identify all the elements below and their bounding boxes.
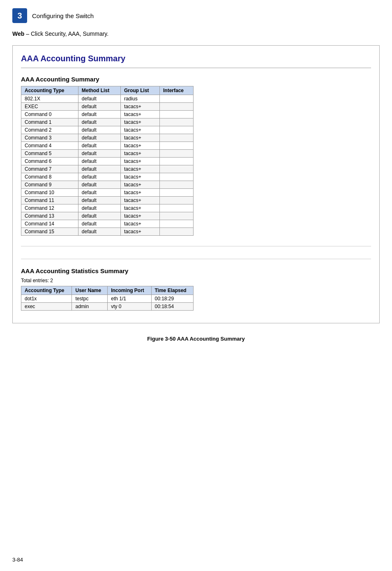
- table-row: Command 8defaulttacacs+: [21, 173, 194, 181]
- table-row: Command 1defaulttacacs+: [21, 118, 194, 126]
- table-cell: tacacs+: [120, 158, 159, 165]
- table-cell: [159, 228, 193, 236]
- stats-col-time-elapsed: Time Elapsed: [151, 286, 194, 295]
- table-header-row: Accounting Type Method List Group List I…: [21, 86, 194, 95]
- table-cell: tacacs+: [120, 228, 159, 236]
- table-cell: tacacs+: [120, 189, 159, 197]
- table-cell: Command 0: [21, 111, 78, 118]
- figure-caption: Figure 3-50 AAA Accounting Summary: [12, 336, 380, 342]
- table-cell: eth 1/1: [108, 295, 151, 303]
- table-cell: [159, 142, 193, 150]
- table-cell: [159, 103, 193, 111]
- chapter-icon: 3: [12, 8, 27, 23]
- table-cell: tacacs+: [120, 111, 159, 118]
- table-row: Command 0defaulttacacs+: [21, 111, 194, 118]
- table-cell: radius: [120, 95, 159, 103]
- table-cell: [159, 158, 193, 165]
- table-cell: Command 4: [21, 142, 78, 150]
- table-row: Command 14defaulttacacs+: [21, 220, 194, 228]
- statistics-table: Accounting Type User Name Incoming Port …: [21, 286, 194, 311]
- table-row: Command 2defaulttacacs+: [21, 126, 194, 134]
- chapter-title: Configuring the Switch: [32, 12, 94, 19]
- table-cell: tacacs+: [120, 103, 159, 111]
- table-cell: default: [78, 189, 120, 197]
- statistics-summary-title: AAA Accounting Statistics Summary: [21, 267, 371, 274]
- table-cell: default: [78, 111, 120, 118]
- table-row: Command 9defaulttacacs+: [21, 181, 194, 189]
- table-cell: [159, 165, 193, 173]
- stats-header-row: Accounting Type User Name Incoming Port …: [21, 286, 194, 295]
- table-row: Command 12defaulttacacs+: [21, 204, 194, 212]
- table-cell: tacacs+: [120, 126, 159, 134]
- table-cell: default: [78, 95, 120, 103]
- total-entries-label: Total entries: 2: [21, 278, 371, 283]
- table-cell: Command 2: [21, 126, 78, 134]
- table-cell: Command 9: [21, 181, 78, 189]
- table-cell: default: [78, 220, 120, 228]
- panel-title: AAA Accounting Summary: [21, 54, 371, 68]
- table-cell: tacacs+: [120, 165, 159, 173]
- table-cell: vty 0: [108, 303, 151, 311]
- table-cell: [159, 134, 193, 142]
- table-row: Command 15defaulttacacs+: [21, 228, 194, 236]
- web-label: Web: [12, 30, 24, 37]
- page-header: 3 Configuring the Switch: [12, 8, 380, 23]
- table-row: Command 7defaulttacacs+: [21, 165, 194, 173]
- col-header-accounting-type: Accounting Type: [21, 86, 78, 95]
- table-cell: default: [78, 158, 120, 165]
- table-cell: [159, 118, 193, 126]
- table-cell: default: [78, 204, 120, 212]
- table-row: EXECdefaulttacacs+: [21, 103, 194, 111]
- table-cell: 00:18:54: [151, 303, 194, 311]
- table-cell: tacacs+: [120, 197, 159, 204]
- table-cell: EXEC: [21, 103, 78, 111]
- table-cell: Command 5: [21, 150, 78, 158]
- accounting-summary-table: Accounting Type Method List Group List I…: [21, 86, 194, 236]
- table-cell: default: [78, 212, 120, 220]
- table-row: dot1xtestpceth 1/100:18:29: [21, 295, 194, 303]
- table-cell: tacacs+: [120, 142, 159, 150]
- table-cell: admin: [72, 303, 108, 311]
- table-cell: tacacs+: [120, 204, 159, 212]
- table-cell: default: [78, 126, 120, 134]
- main-panel: AAA Accounting Summary AAA Accounting Su…: [12, 45, 380, 323]
- table-row: Command 3defaulttacacs+: [21, 134, 194, 142]
- table-cell: [159, 189, 193, 197]
- table-cell: default: [78, 181, 120, 189]
- table-cell: Command 7: [21, 165, 78, 173]
- table-cell: [159, 95, 193, 103]
- col-header-method-list: Method List: [78, 86, 120, 95]
- table-cell: [159, 204, 193, 212]
- web-instruction: Web – Click Security, AAA, Summary.: [12, 30, 380, 37]
- table-cell: tacacs+: [120, 212, 159, 220]
- table-cell: default: [78, 134, 120, 142]
- table-row: Command 10defaulttacacs+: [21, 189, 194, 197]
- table-cell: default: [78, 118, 120, 126]
- table-cell: default: [78, 165, 120, 173]
- table-cell: tacacs+: [120, 220, 159, 228]
- table-cell: Command 3: [21, 134, 78, 142]
- table-cell: [159, 126, 193, 134]
- table-row: Command 5defaulttacacs+: [21, 150, 194, 158]
- table-cell: 00:18:29: [151, 295, 194, 303]
- table-cell: Command 12: [21, 204, 78, 212]
- table-cell: Command 10: [21, 189, 78, 197]
- table-cell: tacacs+: [120, 150, 159, 158]
- table-cell: dot1x: [21, 295, 72, 303]
- table-cell: exec: [21, 303, 72, 311]
- table-cell: Command 11: [21, 197, 78, 204]
- table-cell: Command 1: [21, 118, 78, 126]
- table-cell: default: [78, 142, 120, 150]
- table-cell: default: [78, 103, 120, 111]
- table-cell: Command 6: [21, 158, 78, 165]
- table-row: execadminvty 000:18:54: [21, 303, 194, 311]
- stats-col-incoming-port: Incoming Port: [108, 286, 151, 295]
- table-cell: tacacs+: [120, 173, 159, 181]
- page-number: 3-84: [12, 557, 23, 563]
- table-cell: Command 15: [21, 228, 78, 236]
- statistics-summary-section: AAA Accounting Statistics Summary Total …: [21, 259, 371, 311]
- stats-col-accounting-type: Accounting Type: [21, 286, 72, 295]
- table-cell: Command 14: [21, 220, 78, 228]
- table-row: Command 13defaulttacacs+: [21, 212, 194, 220]
- col-header-interface: Interface: [159, 86, 193, 95]
